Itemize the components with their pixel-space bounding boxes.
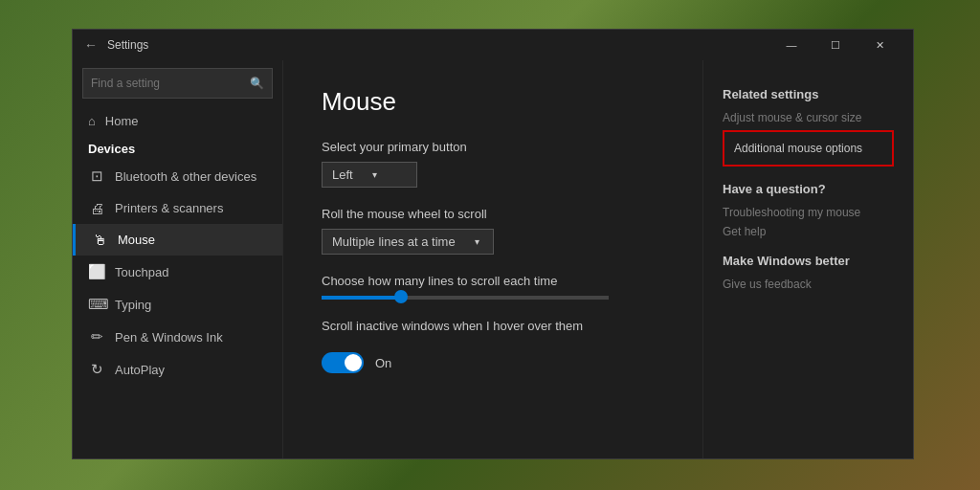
toggle-state-label: On	[375, 356, 391, 370]
sidebar-item-bluetooth-label: Bluetooth & other devices	[115, 169, 256, 184]
printers-icon: 🖨	[88, 200, 105, 216]
page-title: Mouse	[322, 87, 664, 117]
right-panel: Related settings Adjust mouse & cursor s…	[702, 60, 913, 458]
pen-icon: ✏	[88, 328, 105, 345]
sidebar-item-touchpad[interactable]: ⬜ Touchpad	[73, 256, 282, 288]
primary-button-setting: Select your primary button Left ▾	[322, 140, 664, 188]
scroll-lines-label: Choose how many lines to scroll each tim…	[322, 274, 664, 288]
troubleshoot-link[interactable]: Troubleshooting my mouse	[723, 206, 894, 219]
window-content: 🔍 ⌂ Home Devices ⊡ Bluetooth & other dev…	[73, 60, 913, 458]
slider-filled	[322, 296, 398, 300]
sidebar-section-label: Devices	[73, 136, 282, 160]
additional-mouse-options-link[interactable]: Additional mouse options	[723, 130, 894, 167]
scroll-wheel-value: Multiple lines at a time	[332, 234, 456, 249]
window-title: Settings	[107, 38, 769, 52]
sidebar-item-mouse[interactable]: 🖱 Mouse	[73, 224, 282, 256]
sidebar-item-mouse-label: Mouse	[118, 233, 155, 247]
settings-window: ← Settings — ☐ ✕ 🔍 ⌂ Home Devices ⊡ Blue…	[72, 29, 914, 459]
sidebar-item-touchpad-label: Touchpad	[115, 265, 168, 279]
home-icon: ⌂	[88, 114, 96, 128]
mouse-icon: 🖱	[91, 232, 108, 248]
scroll-wheel-setting: Roll the mouse wheel to scroll Multiple …	[322, 207, 664, 255]
primary-button-arrow: ▾	[372, 169, 377, 180]
touchpad-icon: ⬜	[88, 263, 105, 280]
sidebar-item-autoplay-label: AutoPlay	[115, 363, 165, 377]
scroll-wheel-label: Roll the mouse wheel to scroll	[322, 207, 664, 221]
sidebar-item-home[interactable]: ⌂ Home	[73, 106, 282, 136]
improve-section: Make Windows better Give us feedback	[723, 254, 894, 291]
adjust-cursor-link[interactable]: Adjust mouse & cursor size	[723, 111, 894, 124]
feedback-link[interactable]: Give us feedback	[723, 278, 894, 291]
toggle-knob	[345, 354, 362, 371]
scroll-inactive-label-row: Scroll inactive windows when I hover ove…	[322, 319, 664, 333]
window-controls: — ☐ ✕	[769, 30, 902, 60]
scroll-inactive-label: Scroll inactive windows when I hover ove…	[322, 319, 664, 333]
sidebar-item-printers-label: Printers & scanners	[115, 201, 223, 215]
sidebar-item-pen-label: Pen & Windows Ink	[115, 330, 223, 345]
scroll-inactive-toggle[interactable]	[322, 352, 364, 373]
home-label: Home	[105, 114, 139, 128]
scroll-inactive-toggle-row: On	[322, 352, 664, 373]
sidebar-item-printers[interactable]: 🖨 Printers & scanners	[73, 192, 282, 224]
autoplay-icon: ↻	[88, 361, 105, 378]
sidebar: 🔍 ⌂ Home Devices ⊡ Bluetooth & other dev…	[73, 60, 283, 458]
minimize-button[interactable]: —	[769, 30, 813, 60]
related-settings-title: Related settings	[723, 87, 894, 101]
main-content: Mouse Select your primary button Left ▾ …	[283, 60, 702, 458]
search-icon: 🔍	[250, 77, 264, 90]
question-title: Have a question?	[723, 182, 894, 196]
typing-icon: ⌨	[88, 296, 105, 313]
search-input[interactable]	[91, 77, 250, 90]
titlebar: ← Settings — ☐ ✕	[73, 30, 913, 60]
primary-button-dropdown[interactable]: Left ▾	[322, 162, 417, 188]
scroll-wheel-dropdown[interactable]: Multiple lines at a time ▾	[322, 229, 494, 255]
get-help-link[interactable]: Get help	[723, 225, 894, 238]
sidebar-item-typing[interactable]: ⌨ Typing	[73, 288, 282, 321]
scroll-lines-setting: Choose how many lines to scroll each tim…	[322, 274, 664, 300]
bluetooth-icon: ⊡	[88, 167, 105, 185]
scroll-lines-slider-track[interactable]	[322, 296, 609, 300]
primary-button-value: Left	[332, 167, 353, 182]
question-section: Have a question? Troubleshooting my mous…	[723, 182, 894, 238]
scroll-wheel-arrow: ▾	[475, 236, 479, 247]
slider-thumb[interactable]	[394, 290, 408, 303]
close-button[interactable]: ✕	[858, 30, 902, 60]
back-button[interactable]: ←	[84, 37, 98, 53]
restore-button[interactable]: ☐	[813, 30, 858, 60]
sidebar-item-pen[interactable]: ✏ Pen & Windows Ink	[73, 321, 282, 353]
search-box[interactable]: 🔍	[82, 68, 273, 99]
sidebar-item-bluetooth[interactable]: ⊡ Bluetooth & other devices	[73, 160, 282, 192]
sidebar-item-typing-label: Typing	[115, 298, 151, 312]
improve-title: Make Windows better	[723, 254, 894, 268]
sidebar-item-autoplay[interactable]: ↻ AutoPlay	[73, 353, 282, 386]
primary-button-label: Select your primary button	[322, 140, 664, 154]
